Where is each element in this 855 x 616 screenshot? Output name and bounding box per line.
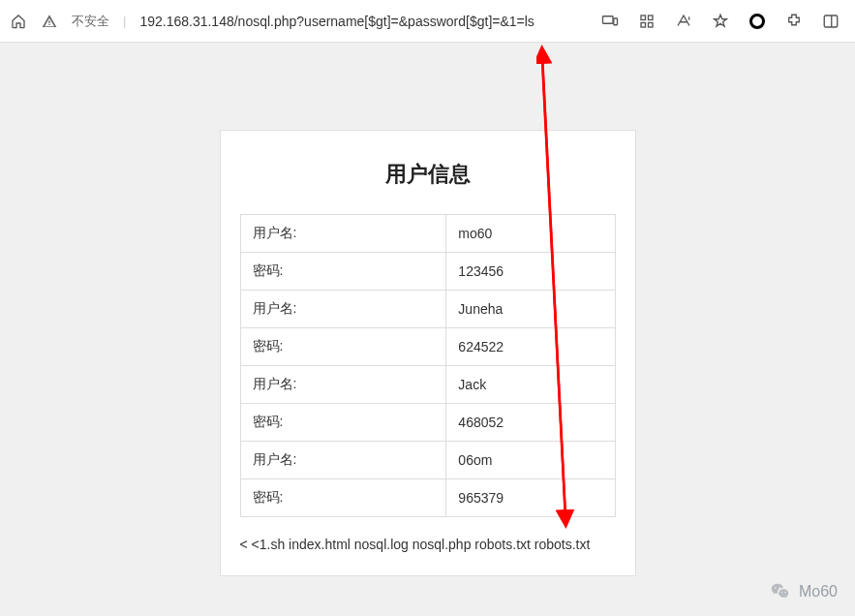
- table-row: 密码:468052: [240, 404, 615, 442]
- watermark-text: Mo60: [799, 583, 838, 601]
- row-label: 密码:: [240, 253, 446, 291]
- table-row: 用户名:Juneha: [240, 291, 615, 328]
- table-row: 用户名:06om: [240, 442, 615, 479]
- row-value: 123456: [446, 253, 615, 291]
- circle-icon[interactable]: [748, 13, 766, 30]
- table-row: 密码:624522: [240, 328, 615, 366]
- warning-icon: [41, 13, 58, 30]
- devices-icon[interactable]: [601, 13, 619, 30]
- row-label: 用户名:: [240, 291, 446, 328]
- toolbar-right: [601, 13, 845, 30]
- home-icon[interactable]: [10, 13, 27, 30]
- svg-rect-0: [603, 15, 614, 23]
- command-output: < <1.sh index.html nosql.log nosql.php r…: [240, 533, 616, 556]
- info-card: 用户信息 用户名:mo60密码:123456用户名:Juneha密码:62452…: [220, 130, 636, 576]
- user-info-table: 用户名:mo60密码:123456用户名:Juneha密码:624522用户名:…: [240, 214, 616, 517]
- table-row: 用户名:Jack: [240, 366, 615, 404]
- row-label: 密码:: [240, 328, 446, 366]
- read-aloud-icon[interactable]: [675, 13, 692, 30]
- row-value: Jack: [446, 366, 615, 404]
- favorite-icon[interactable]: [712, 13, 729, 30]
- browser-address-bar: 不安全 | 192.168.31.148/nosql.php?username[…: [0, 0, 855, 43]
- row-value: 624522: [446, 328, 615, 366]
- sidebar-icon[interactable]: [822, 13, 840, 30]
- grid-icon[interactable]: [638, 13, 656, 30]
- watermark: Mo60: [770, 581, 838, 602]
- table-row: 用户名:mo60: [240, 215, 615, 253]
- row-value: mo60: [446, 215, 615, 253]
- row-value: 965379: [446, 479, 615, 517]
- table-row: 密码:123456: [240, 253, 615, 291]
- separator: |: [123, 14, 126, 28]
- page-content: 用户信息 用户名:mo60密码:123456用户名:Juneha密码:62452…: [0, 43, 855, 616]
- row-label: 用户名:: [240, 215, 446, 253]
- svg-rect-2: [641, 15, 646, 20]
- row-value: Juneha: [446, 291, 615, 328]
- table-row: 密码:965379: [240, 479, 615, 517]
- insecure-label: 不安全: [72, 13, 109, 30]
- row-label: 密码:: [240, 479, 446, 517]
- row-value: 06om: [446, 442, 615, 479]
- url-text[interactable]: 192.168.31.148/nosql.php?username[$gt]=&…: [139, 14, 534, 29]
- svg-rect-3: [649, 15, 654, 20]
- svg-rect-6: [824, 15, 838, 27]
- row-label: 用户名:: [240, 442, 446, 479]
- row-value: 468052: [446, 404, 615, 442]
- row-label: 用户名:: [240, 366, 446, 404]
- extensions-icon[interactable]: [785, 13, 803, 30]
- page-title: 用户信息: [240, 160, 616, 189]
- svg-rect-4: [641, 22, 646, 27]
- svg-rect-1: [614, 18, 618, 25]
- row-label: 密码:: [240, 404, 446, 442]
- wechat-icon: [770, 581, 791, 602]
- svg-rect-5: [649, 22, 654, 27]
